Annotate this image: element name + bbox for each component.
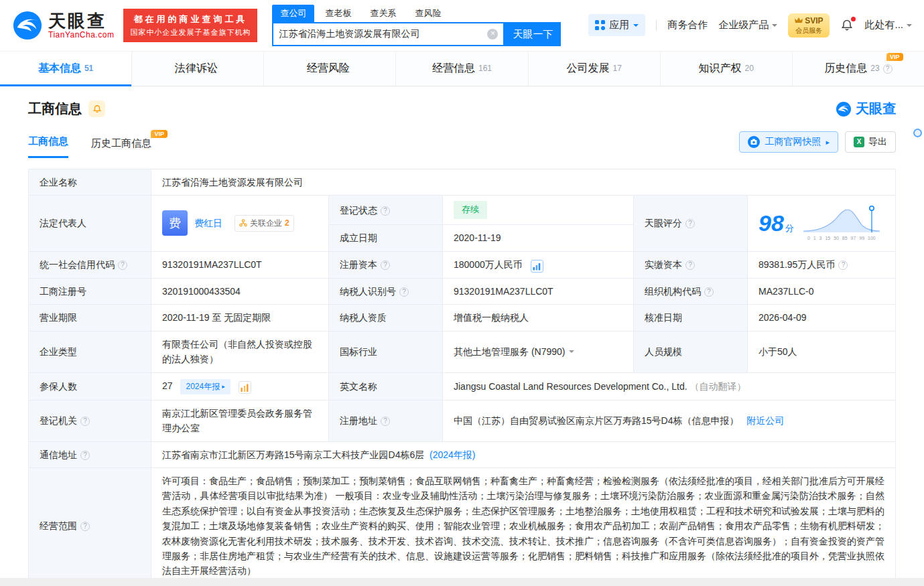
score-cell: 98分 0 1 3 15 50 85 97 99 100 [748,196,896,251]
svip-label: SVIP [805,16,823,25]
tianyancha-logo-icon [12,10,43,41]
search-input[interactable] [279,29,487,40]
nearby-companies-link[interactable]: 附近公司 [746,415,784,426]
tab-basic-info[interactable]: 基本信息51 [0,52,132,86]
table-row: 登记机关? 南京江北新区管理委员会政务服务管理办公室 注册地址? 中国（江苏）自… [29,400,896,441]
help-icon[interactable]: ? [685,261,695,270]
table-row: 通信地址? 江苏省南京市江北新区万寿路15号南京工大科技产业园D4栋6层 (20… [29,441,896,467]
business-info-card: 工商信息 天眼查 工商信息 历史工商信息 VIP [0,86,924,585]
mail-address-value: 江苏省南京市江北新区万寿路15号南京工大科技产业园D4栋6层 (2024年报) [151,441,896,467]
clear-search-icon[interactable]: × [487,29,498,40]
tab-history-info[interactable]: VIP 历史信息23? [793,52,924,86]
search-button[interactable]: 天眼一下 [505,22,561,46]
business-term-label: 营业期限 [29,305,151,331]
apps-grid-icon [595,20,605,30]
business-cooperation-link[interactable]: 商务合作 [667,19,708,31]
help-icon[interactable]: ? [685,219,695,228]
chevron-down-icon[interactable] [569,350,574,356]
capital-chart-icon[interactable] [531,260,543,273]
help-icon[interactable]: ? [381,206,390,216]
paid-capital-value: 89381.95万人民币? [748,251,896,279]
help-icon[interactable]: ? [381,261,390,270]
subtab-row: 工商信息 历史工商信息 VIP 工商官网快照 ▸ X [0,118,924,158]
search-tabs: 查公司 查老板 查关系 查风险 [272,5,561,22]
help-icon[interactable]: ? [80,451,90,460]
insured-trend-icon[interactable] [239,381,251,394]
tab-legal-proceedings[interactable]: 法律诉讼 [132,52,264,86]
company-name-value: 江苏省沿海土地资源发展有限公司 [151,169,896,196]
annual-report-link[interactable]: (2024年报) [430,449,475,460]
reg-status-label: 登记状态? [329,196,443,225]
search-tab-company[interactable]: 查公司 [272,5,314,22]
monitor-bell-button[interactable] [88,100,105,117]
help-icon[interactable]: ? [118,261,127,270]
tianyancha-logo[interactable]: 天眼查 TianYanCha.com [12,10,114,41]
establish-date-value: 2020-11-19 [443,225,634,251]
legal-rep-avatar[interactable]: 费 [162,210,188,236]
notifications-button[interactable] [840,19,854,32]
reg-address-value: 中国（江苏）自由贸易试验区南京片区万寿路15号D4栋（信息申报） 附近公司 [443,400,896,441]
reg-capital-label: 注册资本? [329,251,443,279]
apps-menu[interactable]: 应用 [588,14,645,36]
user-menu[interactable]: 此处有... [864,19,912,31]
vip-badge: VIP [886,53,903,61]
company-type-value: 有限责任公司（非自然人投资或控股的法人独资） [151,331,329,372]
search-area: 查公司 查老板 查关系 查风险 × 天眼一下 [272,5,561,46]
enterprise-product-menu[interactable]: 企业级产品 [718,19,777,31]
help-icon[interactable]: ? [80,417,90,426]
chevron-down-icon [772,24,777,29]
chevron-down-icon [907,24,912,29]
logo-en: TianYanCha.com [48,30,114,40]
legal-rep-label: 法定代表人 [29,196,151,251]
org-code-label: 组织机构代码? [634,279,748,305]
tab-operation-info[interactable]: 经营信息161 [396,52,528,86]
help-icon[interactable]: ? [381,417,390,426]
industry-value: 其他土地管理服务 (N7990) [443,331,634,372]
side-anchor-dot[interactable] [913,129,922,137]
official-snapshot-button[interactable]: 工商官网快照 ▸ [739,131,838,153]
excel-icon: X [854,137,864,147]
tianyancha-logo-icon [836,101,852,117]
export-button[interactable]: X 导出 [845,131,896,153]
company-nav-tabs: 基本信息51 法律诉讼 经营风险 经营信息161 公司发展17 知识产权20 V… [0,51,924,86]
tab-operation-risk[interactable]: 经营风险 [264,52,396,86]
table-row: 企业名称 江苏省沿海土地资源发展有限公司 [29,169,896,196]
score-label: 天眼评分? [634,196,748,251]
insured-count-label: 参保人数 [29,372,151,400]
english-name-label: 英文名称 [329,372,443,400]
help-icon[interactable]: ? [399,287,409,297]
legal-rep-cell: 费 费红日 关联企业 2 [151,196,329,251]
subtab-history-business-info[interactable]: 历史工商信息 VIP [91,137,151,158]
help-icon[interactable]: ? [80,522,90,531]
help-icon[interactable]: ? [883,64,893,74]
auto-translate-note: （自动翻译） [690,381,746,392]
search-tab-risk[interactable]: 查风险 [407,5,449,22]
annual-report-tag[interactable]: 2024年报▸ [180,379,230,394]
related-company-tag[interactable]: 关联企业 2 [235,215,294,232]
svip-member-badge[interactable]: SVIP 会员服务 [788,13,830,37]
legal-rep-name-link[interactable]: 费红日 [194,216,222,230]
score-axis-labels: 0 1 3 15 50 85 97 99 100 [802,234,881,242]
alarm-bell-icon [92,104,102,114]
industry-label: 国标行业 [329,331,443,372]
section-title: 工商信息 [28,100,82,118]
watermark-label: 天眼查 [856,100,896,118]
tab-company-development[interactable]: 公司发展17 [529,52,661,86]
company-name-label: 企业名称 [29,169,151,196]
help-icon[interactable]: ? [838,261,848,270]
chevron-right-icon: ▸ [826,138,830,147]
taxpayer-id-label: 纳税人识别号? [329,279,443,305]
tab-intellectual-property[interactable]: 知识产权20 [661,52,793,86]
tianyancha-watermark: 天眼查 [836,100,896,118]
user-label: 此处有... [864,19,903,31]
subtab-business-info[interactable]: 工商信息 [28,135,68,158]
approval-date-label: 核准日期 [634,305,748,331]
search-tab-relation[interactable]: 查关系 [362,5,404,22]
help-icon[interactable]: ? [704,287,714,297]
search-tab-boss[interactable]: 查老板 [317,5,359,22]
table-row: 经营范围? 许可项目：食品生产；食品销售；预制菜加工；预制菜销售；食品互联网销售… [29,468,896,585]
score-curve-chart: 0 1 3 15 50 85 97 99 100 [802,204,881,242]
table-row: 参保人数 27 2024年报▸ 英文名称 Jiangsu Coastal Lan… [29,372,896,400]
apps-label: 应用 [609,19,629,31]
score-value[interactable]: 98分 [758,212,794,236]
